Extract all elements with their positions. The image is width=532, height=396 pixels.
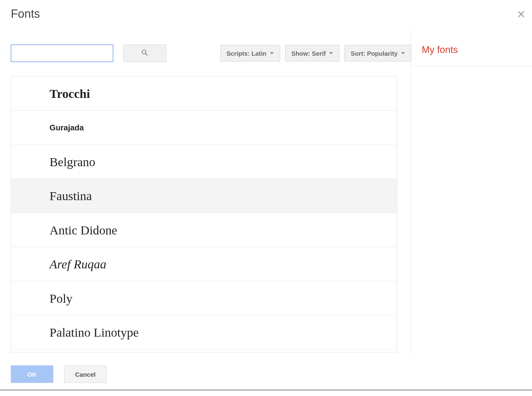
font-row[interactable]: Antic Didone xyxy=(11,213,397,247)
font-row[interactable]: Gurajada xyxy=(11,111,397,145)
scripts-dropdown-label: Scripts: Latin xyxy=(227,50,266,57)
search-icon xyxy=(141,48,149,58)
font-row[interactable] xyxy=(11,349,397,353)
font-name: Palatino Linotype xyxy=(50,325,139,339)
font-row[interactable]: Trocchi xyxy=(11,77,397,111)
font-name: Antic Didone xyxy=(50,223,117,237)
show-dropdown[interactable]: Show: Serif xyxy=(285,45,340,62)
dialog-footer: OK Cancel xyxy=(11,365,107,383)
font-name: Poly xyxy=(50,291,73,305)
chevron-down-icon xyxy=(270,52,274,54)
font-name: Trocchi xyxy=(50,86,90,100)
font-name: Faustina xyxy=(50,189,92,203)
font-row[interactable]: Faustina xyxy=(11,179,397,213)
font-row[interactable]: Belgrano xyxy=(11,145,397,179)
font-list[interactable]: Trocchi Gurajada Belgrano Faustina Antic… xyxy=(11,76,397,353)
show-dropdown-label: Show: Serif xyxy=(291,50,326,57)
font-row[interactable]: Poly xyxy=(11,281,397,316)
search-button[interactable] xyxy=(123,45,167,62)
my-fonts-sidebar: My fonts xyxy=(410,30,532,355)
sort-dropdown[interactable]: Sort: Popularity xyxy=(344,45,411,62)
my-fonts-title: My fonts xyxy=(422,44,458,55)
scripts-dropdown[interactable]: Scripts: Latin xyxy=(220,45,280,62)
sidebar-divider xyxy=(411,66,532,66)
dialog-title: Fonts xyxy=(11,7,40,21)
dropdown-group: Scripts: Latin Show: Serif Sort: Popular… xyxy=(220,45,411,62)
search-input[interactable] xyxy=(11,45,113,62)
font-name: Aref Ruqaa xyxy=(50,257,106,271)
sort-dropdown-label: Sort: Popularity xyxy=(351,50,398,57)
font-row[interactable]: Palatino Linotype xyxy=(11,316,397,350)
bottom-shadow xyxy=(0,390,532,390)
close-button[interactable] xyxy=(515,9,527,21)
close-icon xyxy=(518,11,525,19)
font-name: Belgrano xyxy=(50,155,96,169)
ok-button[interactable]: OK xyxy=(11,365,53,383)
chevron-down-icon xyxy=(329,52,333,54)
controls-row: Scripts: Latin Show: Serif Sort: Popular… xyxy=(11,44,411,63)
font-name: Gurajada xyxy=(50,123,84,132)
font-row[interactable]: Aref Ruqaa xyxy=(11,247,397,282)
fonts-dialog: Fonts Scripts: Latin Show: Serif Sort: P… xyxy=(0,0,532,390)
chevron-down-icon xyxy=(401,52,405,54)
cancel-button[interactable]: Cancel xyxy=(64,365,107,383)
